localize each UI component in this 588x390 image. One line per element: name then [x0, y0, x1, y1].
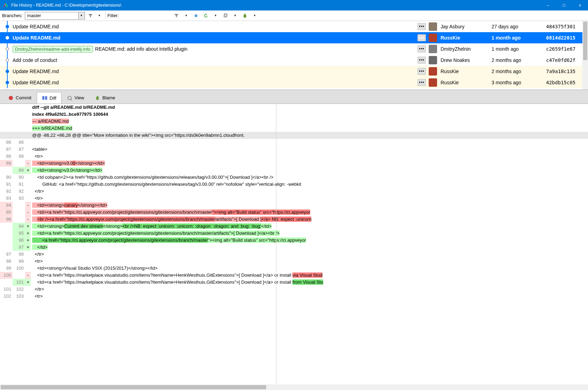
- more-button[interactable]: •••: [418, 34, 426, 41]
- filter-label: Filter:: [108, 13, 119, 18]
- commit-row[interactable]: Update README.md•••Jay Asbury27 days ago…: [0, 21, 588, 32]
- svg-rect-1: [224, 14, 226, 17]
- author-name: RussKie: [441, 80, 492, 85]
- graph-node-icon: [6, 58, 9, 62]
- commit-message: Add code of conduct: [13, 57, 418, 63]
- commit-date: 1 month ago: [492, 46, 546, 52]
- commit-date: 2 months ago: [492, 57, 546, 63]
- diff-line: --- a/README.md: [0, 118, 588, 125]
- branch-tag[interactable]: DmitryZhelnin/readme-add-intellij-info: [13, 46, 93, 52]
- diff-line: 101102 </tr>: [0, 286, 588, 293]
- parent-commit-icon[interactable]: ▼: [183, 12, 190, 19]
- branch-select[interactable]: master ▼: [25, 12, 85, 20]
- avatar: [429, 34, 437, 42]
- commit-row[interactable]: Update README.md•••RussKie3 months ago42…: [0, 77, 588, 88]
- diff-line: 96+ <a href="https://ci.appveyor.com/pro…: [0, 237, 588, 244]
- diff-line: @@ -86,22 +86,28 @@ title="More informat…: [0, 132, 588, 139]
- diff-line: 89- <td><strong>v3.00</strong></td>: [0, 160, 588, 167]
- tab-bar: Commit Diff View Blame: [0, 90, 588, 104]
- scrollbar[interactable]: [582, 21, 588, 90]
- copy-icon[interactable]: [222, 12, 229, 19]
- diff-line: 94+ <td><strong>Current dev stream</stro…: [0, 223, 588, 230]
- diff-line: 99100 <td><strong>Visual Studio VSIX (20…: [0, 265, 588, 272]
- diff-line: 8686: [0, 139, 588, 146]
- commit-hash: c47e0fd62f: [546, 57, 588, 63]
- author-name: RussKie: [441, 35, 492, 41]
- author-name: RussKie: [441, 69, 492, 74]
- commit-hash: 7a9a18c135: [546, 69, 588, 74]
- more-button[interactable]: •••: [418, 45, 426, 52]
- horizontal-scrollbar[interactable]: [0, 384, 588, 390]
- commit-message: Update README.md: [13, 35, 418, 41]
- chevron-down-icon[interactable]: ▼: [212, 12, 219, 19]
- commit-row[interactable]: Add code of conduct•••Drew Noakes2 month…: [0, 55, 588, 66]
- toolbar: Branches: master ▼ ▼ Filter: ▼ ▼ ▼ ▼: [0, 10, 588, 21]
- commit-row[interactable]: Update README.md•••RussKie2 months ago7a…: [0, 66, 588, 77]
- tab-diff[interactable]: Diff: [37, 92, 61, 104]
- chevron-down-icon[interactable]: ▼: [232, 12, 239, 19]
- scrollbar-thumb[interactable]: [1, 385, 266, 389]
- commit-icon: [8, 95, 14, 101]
- filter-field[interactable]: Filter:: [108, 13, 169, 18]
- filter-input[interactable]: [120, 13, 169, 18]
- diff-line: 94- <td><strong>canary</strong></td>: [0, 202, 588, 209]
- diff-line: 101+ <td><a href="https://marketplace.vi…: [0, 279, 588, 286]
- svg-point-8: [68, 96, 71, 100]
- commit-message: Update README.md: [13, 69, 418, 74]
- filter-funnel-icon[interactable]: [87, 12, 94, 19]
- chevron-down-icon[interactable]: ▼: [96, 12, 103, 19]
- commit-message: Update README.md: [13, 24, 418, 29]
- svg-rect-7: [45, 96, 47, 100]
- tab-blame[interactable]: Blame: [89, 92, 121, 104]
- commit-row[interactable]: DmitryZhelnin/readme-add-intellij-infoRE…: [0, 43, 588, 55]
- svg-rect-2: [225, 14, 227, 16]
- titlebar: File History - README.md - C:\Developmen…: [0, 0, 588, 10]
- svg-line-9: [71, 99, 72, 100]
- avatar: [429, 22, 437, 31]
- diff-line: 9191 GitHub: <a href="https://github.com…: [0, 181, 588, 188]
- commit-hash: c2659f1e67: [546, 46, 588, 52]
- more-button[interactable]: •••: [418, 23, 426, 30]
- graph-node-icon[interactable]: [193, 12, 199, 19]
- maximize-button[interactable]: ☐: [556, 0, 572, 10]
- graph-node-icon: [6, 47, 9, 51]
- diff-line: index 4f9a62fd1..bce977975 100644: [0, 111, 588, 118]
- commit-row[interactable]: Update README.md•••RussKie1 month ago081…: [0, 32, 588, 43]
- chevron-down-icon[interactable]: ▼: [251, 12, 258, 19]
- app-icon: [3, 2, 8, 8]
- commit-date: 1 month ago: [492, 35, 546, 41]
- tab-view[interactable]: View: [61, 92, 89, 104]
- avatar: [429, 56, 437, 64]
- diff-line: 96- <br /><a href="https://ci.appveyor.c…: [0, 216, 588, 223]
- bug-icon: [95, 95, 100, 101]
- refresh-icon[interactable]: [202, 12, 209, 19]
- scrollbar-thumb[interactable]: [583, 22, 587, 60]
- bug-icon[interactable]: [241, 12, 248, 19]
- tab-label: Diff: [50, 95, 56, 101]
- diff-viewer[interactable]: diff --git a/README.md b/README.mdindex …: [0, 104, 588, 384]
- close-button[interactable]: ✕: [572, 0, 588, 10]
- diff-line: 102103 <tr>: [0, 293, 588, 300]
- more-button[interactable]: •••: [418, 68, 426, 75]
- svg-point-11: [97, 96, 98, 97]
- avatar: [429, 67, 437, 76]
- diff-icon: [42, 95, 48, 101]
- more-button[interactable]: •••: [418, 57, 426, 64]
- minimize-button[interactable]: ─: [540, 0, 556, 10]
- more-button[interactable]: •••: [418, 79, 426, 86]
- svg-rect-6: [42, 96, 44, 100]
- diff-line: 9899 <tr>: [0, 258, 588, 265]
- diff-line: 100- <td><a href="https://marketplace.vi…: [0, 272, 588, 279]
- commit-list[interactable]: Update README.md•••Jay Asbury27 days ago…: [0, 21, 588, 90]
- author-name: DmitryZhelnin: [441, 46, 492, 52]
- filter-funnel-icon[interactable]: [173, 12, 180, 19]
- tab-commit[interactable]: Commit: [3, 92, 37, 104]
- diff-line: diff --git a/README.md b/README.md: [0, 104, 588, 111]
- branches-label: Branches:: [2, 13, 23, 18]
- commit-date: 3 months ago: [492, 80, 546, 85]
- avatar: [429, 78, 437, 87]
- commit-date: 2 months ago: [492, 69, 546, 74]
- commit-message: DmitryZhelnin/readme-add-intellij-infoRE…: [13, 46, 418, 52]
- chevron-down-icon[interactable]: ▼: [78, 12, 85, 19]
- graph-node-icon: [6, 70, 9, 73]
